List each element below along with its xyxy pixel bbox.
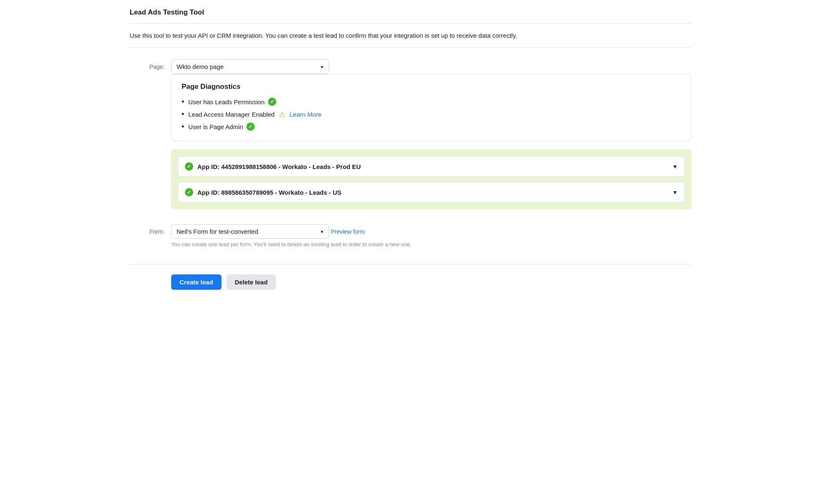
actions-row: Create lead Delete lead — [130, 274, 691, 290]
form-field-label: Form: — [130, 224, 171, 235]
app-row-0-left: App ID: 4452891988158806 - Workato - Lea… — [185, 162, 361, 171]
page-description: Use this tool to test your API or CRM in… — [130, 32, 691, 48]
app-check-icon-1 — [185, 188, 193, 196]
form-section: Page: Wkto demo page ▼ Page Diagnostics … — [130, 59, 691, 264]
bullet-0: • — [182, 98, 184, 105]
diagnostic-item-2: • User is Page Admin — [182, 122, 681, 131]
page-field-content: Wkto demo page ▼ Page Diagnostics • User… — [171, 59, 691, 218]
page-select[interactable]: Wkto demo page — [171, 59, 329, 74]
app-row-1[interactable]: App ID: 898586350789095 - Workato - Lead… — [178, 182, 685, 203]
app-row-1-label: App ID: 898586350789095 - Workato - Lead… — [197, 189, 342, 196]
learn-more-link[interactable]: Learn More — [290, 111, 322, 118]
app-row-0[interactable]: App ID: 4452891988158806 - Workato - Lea… — [178, 156, 685, 177]
diagnostic-label-0: User has Leads Permission — [188, 98, 264, 105]
page-field-row: Page: Wkto demo page ▼ Page Diagnostics … — [130, 59, 691, 218]
diagnostic-label-2: User is Page Admin — [188, 123, 243, 130]
diagnostic-label-1: Lead Access Manager Enabled — [188, 111, 275, 118]
check-icon-2 — [246, 122, 255, 131]
form-field-content: Neil's Form for test-converted ▼ Preview… — [171, 224, 691, 247]
form-select-wrapper: Neil's Form for test-converted ▼ — [171, 224, 329, 239]
diagnostics-title: Page Diagnostics — [182, 83, 681, 91]
check-icon-0 — [268, 98, 276, 106]
diagnostics-list: • User has Leads Permission • Lead Acces… — [182, 98, 681, 131]
page-field-label: Page: — [130, 59, 171, 70]
app-row-1-chevron-icon: ▼ — [672, 189, 678, 196]
diagnostics-box: Page Diagnostics • User has Leads Permis… — [171, 74, 691, 141]
diagnostic-item-0: • User has Leads Permission — [182, 98, 681, 106]
diagnostic-item-1: • Lead Access Manager Enabled ⚠ Learn Mo… — [182, 110, 681, 118]
create-lead-button[interactable]: Create lead — [171, 274, 221, 290]
form-field-row: Form: Neil's Form for test-converted ▼ P… — [130, 224, 691, 247]
app-row-0-chevron-icon: ▼ — [672, 164, 678, 170]
page-title: Lead Ads Testing Tool — [130, 8, 691, 24]
app-row-0-label: App ID: 4452891988158806 - Workato - Lea… — [197, 163, 361, 170]
preview-form-link[interactable]: Preview form — [331, 228, 365, 235]
apps-container: App ID: 4452891988158806 - Workato - Lea… — [171, 149, 691, 209]
form-hint-text: You can create one lead per form. You'll… — [171, 241, 691, 247]
page-select-wrapper: Wkto demo page ▼ — [171, 59, 329, 74]
bullet-2: • — [182, 123, 184, 130]
form-select[interactable]: Neil's Form for test-converted — [171, 224, 329, 239]
delete-lead-button[interactable]: Delete lead — [226, 274, 276, 290]
app-check-icon-0 — [185, 162, 193, 171]
warning-icon-1: ⚠ — [278, 110, 286, 118]
app-row-1-left: App ID: 898586350789095 - Workato - Lead… — [185, 188, 342, 196]
bullet-1: • — [182, 110, 184, 118]
